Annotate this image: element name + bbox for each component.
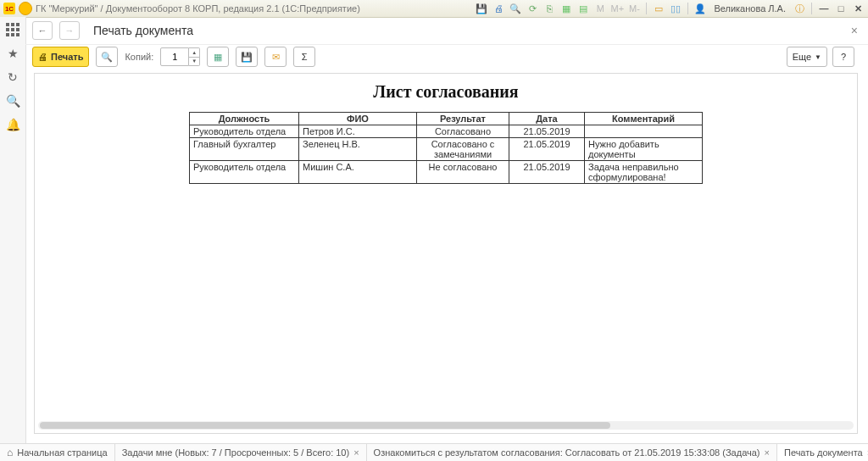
table-row: Руководитель отдела Мишин С.А. Не соглас…: [190, 161, 703, 184]
tab-close-icon[interactable]: ×: [353, 447, 359, 458]
copies-input[interactable]: [160, 47, 189, 66]
favorites-icon[interactable]: ★: [5, 46, 20, 61]
document-title: Лист согласования: [43, 82, 849, 102]
calc-icon[interactable]: ▦: [559, 2, 573, 15]
search-icon[interactable]: 🔍: [5, 93, 20, 108]
sum-button[interactable]: Σ: [293, 47, 315, 67]
close-button[interactable]: ✕: [851, 3, 865, 14]
cell-result: Не согласовано: [417, 161, 509, 184]
username-label: Великанова Л.А.: [714, 3, 786, 14]
table-settings-icon: ▦: [214, 52, 222, 63]
table-row: Главный бухгалтер Зеленец Н.В. Согласова…: [190, 138, 703, 161]
settings-button[interactable]: ▦: [207, 47, 229, 67]
more-button-label: Еще: [793, 52, 811, 62]
m-minus-icon[interactable]: M-: [627, 2, 641, 15]
col-fio: ФИО: [299, 113, 417, 125]
tab-print-label: Печать документа: [784, 447, 863, 458]
maximize-button[interactable]: □: [834, 3, 848, 14]
page-title: Печать документа: [93, 24, 193, 37]
help-icon: ?: [841, 52, 846, 62]
copies-spinner[interactable]: ▲ ▼: [189, 47, 200, 66]
window-list-icon[interactable]: ▭: [652, 2, 665, 15]
tab-home-label: Начальная страница: [17, 447, 107, 458]
page-close-button[interactable]: ×: [848, 24, 861, 37]
cell-result: Согласовано с замечаниями: [417, 138, 509, 161]
info-icon[interactable]: ⓘ: [793, 2, 806, 15]
chevron-down-icon: ▼: [815, 53, 821, 61]
tab-review[interactable]: Ознакомиться с результатом согласования:…: [367, 444, 777, 461]
save-file-button[interactable]: 💾: [236, 47, 258, 67]
print-icon[interactable]: 🖨: [492, 2, 505, 15]
refresh-icon[interactable]: ⟳: [526, 2, 539, 15]
print-button-label: Печать: [51, 52, 83, 62]
envelope-icon: ✉: [272, 52, 280, 63]
tab-print[interactable]: Печать документа ×: [777, 444, 868, 461]
title-bar: 1C ГК "Меркурий" / Документооборот 8 КОР…: [0, 0, 868, 18]
col-result: Результат: [417, 113, 509, 125]
chevron-up-icon[interactable]: ▲: [189, 48, 199, 58]
link-icon[interactable]: ⎘: [542, 2, 556, 15]
toolbar: 🖨 Печать 🔍 Копий: ▲ ▼ ▦ 💾 ✉ Σ Еще ▼ ?: [25, 44, 861, 69]
sidebar: ★ ↻ 🔍 🔔: [0, 17, 26, 444]
history-icon[interactable]: ↻: [5, 69, 20, 85]
app-logo-icon: 1C: [3, 3, 15, 14]
print-button[interactable]: 🖨 Печать: [32, 47, 89, 67]
table-header-row: Должность ФИО Результат Дата Комментарий: [190, 113, 703, 125]
document-pane: Лист согласования Должность ФИО Результа…: [34, 73, 858, 434]
cell-date: 21.05.2019: [509, 138, 585, 161]
home-icon: ⌂: [7, 447, 13, 458]
app-title: ГК "Меркурий" / Документооборот 8 КОРП, …: [36, 3, 360, 14]
tab-tasks-label: Задачи мне (Новых: 7 / Просроченных: 5 /…: [122, 447, 349, 458]
document-scroll[interactable]: Лист согласования Должность ФИО Результа…: [35, 74, 857, 425]
notifications-icon[interactable]: 🔔: [5, 117, 20, 132]
tab-review-label: Ознакомиться с результатом согласования:…: [374, 447, 760, 458]
chevron-down-icon[interactable]: ▼: [189, 58, 199, 66]
help-button[interactable]: ?: [832, 47, 854, 67]
sigma-icon: Σ: [302, 52, 308, 62]
more-button[interactable]: Еще ▼: [787, 47, 827, 67]
copies-label: Копий:: [125, 52, 153, 62]
table-row: Руководитель отдела Петров И.С. Согласов…: [190, 125, 703, 138]
approval-table: Должность ФИО Результат Дата Комментарий…: [189, 112, 703, 184]
preview-icon[interactable]: 🔍: [509, 2, 522, 15]
cell-position: Руководитель отдела: [190, 161, 299, 184]
m-icon[interactable]: M: [593, 2, 607, 15]
send-mail-button[interactable]: ✉: [264, 47, 287, 67]
m-plus-icon[interactable]: M+: [610, 2, 624, 15]
diskette-icon: 💾: [241, 52, 253, 63]
cell-comment: Нужно добавить документы: [585, 138, 703, 161]
panel-icon[interactable]: ▯▯: [669, 2, 682, 15]
tab-home[interactable]: ⌂ Начальная страница: [0, 444, 115, 461]
window-tabs: ⌂ Начальная страница Задачи мне (Новых: …: [0, 443, 868, 461]
calendar-icon[interactable]: ▤: [576, 2, 590, 15]
nav-forward-button[interactable]: →: [59, 21, 80, 40]
sections-grid-icon[interactable]: [5, 22, 20, 37]
cell-fio: Мишин С.А.: [299, 161, 417, 184]
app-circle-icon: [19, 2, 32, 15]
cell-date: 21.05.2019: [509, 161, 585, 184]
col-position: Должность: [190, 113, 299, 125]
tab-close-icon[interactable]: ×: [765, 447, 770, 458]
cell-position: Руководитель отдела: [190, 125, 299, 138]
save-icon[interactable]: 💾: [475, 2, 488, 15]
minimize-button[interactable]: —: [817, 3, 831, 14]
titlebar-tools: 💾 🖨 🔍 ⟳ ⎘ ▦ ▤ M M+ M- ▭ ▯▯ 👤 Великанова …: [475, 2, 865, 15]
magnifier-icon: 🔍: [101, 52, 113, 63]
col-date: Дата: [509, 113, 585, 125]
preview-button[interactable]: 🔍: [96, 47, 118, 67]
page-header: ← → Печать документа ×: [25, 17, 868, 45]
horizontal-scrollbar[interactable]: [38, 421, 854, 430]
cell-position: Главный бухгалтер: [190, 138, 299, 161]
cell-comment: Задача неправильно сформулирована!: [585, 161, 703, 184]
cell-fio: Петров И.С.: [299, 125, 417, 138]
printer-icon: 🖨: [38, 52, 47, 62]
cell-comment: [585, 125, 703, 138]
cell-date: 21.05.2019: [509, 125, 585, 138]
scrollbar-thumb[interactable]: [40, 422, 610, 429]
nav-back-button[interactable]: ←: [32, 21, 53, 40]
tab-tasks[interactable]: Задачи мне (Новых: 7 / Просроченных: 5 /…: [115, 444, 367, 461]
user-icon: 👤: [693, 2, 707, 15]
cell-result: Согласовано: [417, 125, 509, 138]
cell-fio: Зеленец Н.В.: [299, 138, 417, 161]
col-comment: Комментарий: [585, 113, 703, 125]
